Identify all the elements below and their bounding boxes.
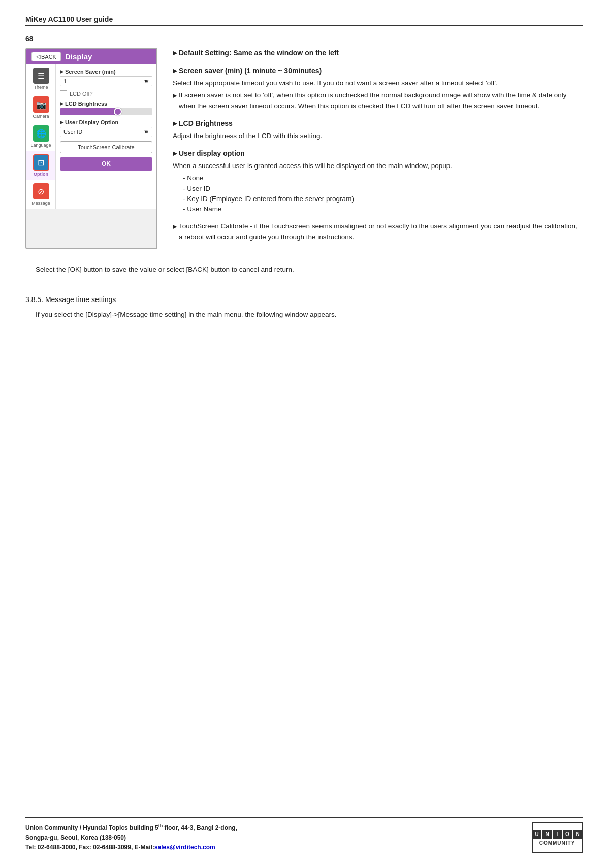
device-sidebar: ☰ Theme 📷 Camera 🌐 Language ⊡ Option [26,64,56,209]
user-display-desc-text: When a successful user is granted access… [173,161,583,171]
touchscreen-desc-text: TouchScreen Calibrate - if the Touchscre… [173,221,583,242]
section-title: Message time settings [45,295,116,304]
screen-saver-desc-heading: Screen saver (min) (1 minute ~ 30minutes… [173,65,583,76]
lcd-off-checkbox[interactable] [60,90,67,97]
option-icon: ⊡ [33,154,49,171]
logo-o: O [563,830,572,839]
list-item-keyid: Key ID (Employee ID entered from the ser… [183,194,583,204]
brightness-slider[interactable] [60,108,152,115]
sidebar-label-option: Option [34,172,48,177]
default-setting-heading: Default Setting: Same as the window on t… [173,48,583,58]
user-display-value: User ID [63,129,82,135]
back-label: BACK [41,54,56,60]
screen-saver-desc-text1: Select the appropriate timeout you wish … [173,78,583,88]
section-heading: 3.8.5. Message time settings [25,295,583,304]
logo-n2: N [573,830,582,839]
user-display-desc-heading: User display option [173,148,583,159]
section-number: 3.8.5. [25,295,43,304]
lcd-brightness-section: LCD Brightness [60,101,152,115]
lcd-brightness-desc-text: Adjust the brightness of the LCD with th… [173,131,583,141]
list-item-username: User Name [183,204,583,214]
touchscreen-calibrate-button[interactable]: TouchScreen Calibrate [60,141,152,153]
logo-bottom: COMMUNITY [539,840,575,846]
lcd-brightness-desc-heading: LCD Brightness [173,118,583,129]
device-main-content: Screen Saver (min) 1 ▼ LCD Off? [56,64,156,209]
screen-saver-desc-text2: If screen saver is not set to 'off', whe… [173,90,583,111]
back-button[interactable]: ◁ BACK [31,52,61,61]
footer-line3: Tel: 02-6488-3000, Fax: 02-6488-3099, E-… [25,843,237,852]
camera-icon: 📷 [33,96,49,113]
theme-icon: ☰ [33,68,49,84]
section-intro: If you select the [Display]->[Message ti… [36,310,583,320]
page-footer: Union Community / Hyundai Topics buildin… [25,817,583,853]
list-item-none: None [183,173,583,183]
device-header: ◁ BACK Display [26,49,156,64]
screen-saver-section: Screen Saver (min) 1 ▼ [60,69,152,86]
logo-i: I [553,830,562,839]
footer-line1: Union Community / Hyundai Topics buildin… [25,822,237,833]
ok-button[interactable]: OK [60,157,152,171]
section-divider [25,285,583,285]
slider-thumb [114,108,122,116]
page-header: MiKey AC1100 User guide [25,15,583,26]
user-display-input[interactable]: User ID ▼ [60,127,152,137]
dropdown-arrow-icon: ▼ [143,78,149,84]
sidebar-item-message[interactable]: ⊘ Message [26,180,55,209]
footer-content: Union Community / Hyundai Topics buildin… [25,822,583,853]
document-title: MiKey AC1100 User guide [25,15,113,23]
user-display-select-wrapper[interactable]: User ID ▼ [60,127,152,137]
language-icon: 🌐 [33,125,49,142]
footer-email[interactable]: sales@virditech.com [154,844,215,851]
screen-saver-desc-section: Screen saver (min) (1 minute ~ 30minutes… [173,65,583,111]
logo-letters: U N I O N [532,830,582,839]
touchscreen-arrow-text: TouchScreen Calibrate - if the Touchscre… [179,221,583,242]
lcd-off-label: LCD Off? [70,91,93,97]
screen-saver-input[interactable]: 1 ▼ [60,76,152,86]
touchscreen-desc-section: TouchScreen Calibrate - if the Touchscre… [173,221,583,242]
message-icon: ⊘ [33,183,49,199]
list-item-userid: User ID [183,184,583,194]
user-display-label: User Display Option [60,119,152,125]
logo-n: N [542,830,552,839]
footer-text: Union Community / Hyundai Topics buildin… [25,822,237,853]
sidebar-item-option[interactable]: ⊡ Option [26,151,55,180]
content-area: ◁ BACK Display ☰ Theme 📷 Camera [25,48,583,249]
device-mockup: ◁ BACK Display ☰ Theme 📷 Camera [25,48,157,249]
screen-saver-label: Screen Saver (min) [60,69,152,75]
sidebar-label-message: Message [31,201,50,206]
sidebar-label-camera: Camera [33,114,49,119]
description-area: Default Setting: Same as the window on t… [173,48,583,249]
device-body: ☰ Theme 📷 Camera 🌐 Language ⊡ Option [26,64,156,209]
sidebar-item-theme[interactable]: ☰ Theme [26,64,55,93]
sidebar-item-language[interactable]: 🌐 Language [26,122,55,151]
logo-u: U [532,830,541,839]
footer-line2: Songpa-gu, Seoul, Korea (138-050) [25,833,237,843]
user-display-section: User Display Option User ID ▼ [60,119,152,137]
user-display-list: None User ID Key ID (Employee ID entered… [183,173,583,214]
lcd-brightness-desc-section: LCD Brightness Adjust the brightness of … [173,118,583,141]
user-display-desc-section: User display option When a successful us… [173,148,583,214]
sidebar-label-language: Language [30,143,51,148]
screen-saver-arrow-text: If screen saver is not set to 'off', whe… [179,90,583,111]
ok-instruction: Select the [OK] button to save the value… [36,264,583,275]
sidebar-item-camera[interactable]: 📷 Camera [26,93,55,122]
lcd-brightness-label: LCD Brightness [60,101,152,107]
back-arrow-icon: ◁ [36,53,40,60]
sidebar-label-theme: Theme [34,85,48,90]
page-number: 68 [25,35,583,43]
dropdown-arrow-icon2: ▼ [143,129,149,135]
footer-logo: U N I O N COMMUNITY [532,822,583,853]
device-screen-title: Display [65,52,92,61]
lcd-off-section: LCD Off? [60,90,152,97]
screen-saver-value: 1 [63,78,67,84]
default-setting-section: Default Setting: Same as the window on t… [173,48,583,58]
screen-saver-select-wrapper[interactable]: 1 ▼ [60,76,152,86]
